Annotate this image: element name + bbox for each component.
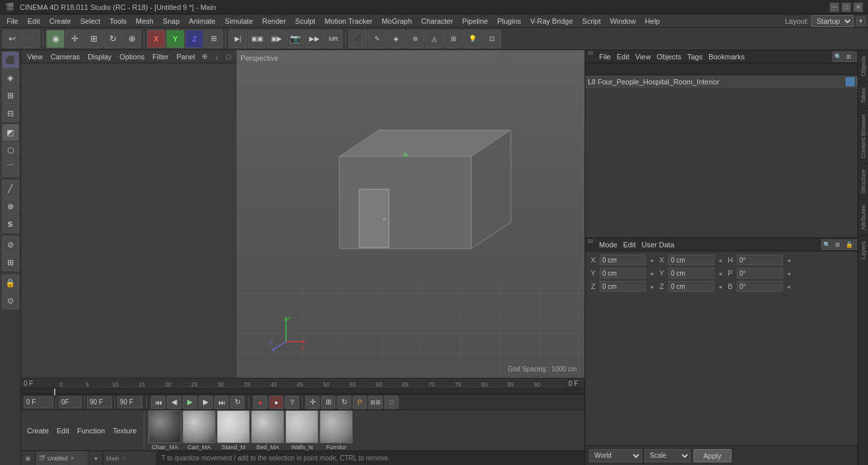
keyframe-btn[interactable]: ● xyxy=(269,396,283,409)
vtab-attributes[interactable]: Attributes xyxy=(858,199,868,235)
attr-menu-userdata[interactable]: User Data xyxy=(639,240,678,249)
end-frame-input2[interactable] xyxy=(117,396,142,408)
obj-menu-file[interactable]: File xyxy=(596,52,614,61)
taskbar-close2[interactable]: ✕ xyxy=(121,455,127,462)
mode-select-btn[interactable]: ◉ xyxy=(46,30,65,48)
menu-tools[interactable]: Tools xyxy=(105,16,130,26)
vp-menu-display[interactable]: Display xyxy=(84,52,115,61)
y-axis-btn[interactable]: Y xyxy=(166,30,185,48)
menu-simulate[interactable]: Simulate xyxy=(221,16,257,26)
render-mr-btn[interactable]: MR xyxy=(324,30,343,48)
vtab-structure[interactable]: Structure xyxy=(858,164,868,199)
menu-pipeline[interactable]: Pipeline xyxy=(458,16,492,26)
obj-icons-btn[interactable]: ⊞ xyxy=(844,51,854,62)
move-btn[interactable]: ✛ xyxy=(65,30,84,48)
menu-snap[interactable]: Snap xyxy=(159,16,184,26)
mat-item-stand[interactable]: Stand_M xyxy=(217,410,250,450)
timeline-scrubber[interactable] xyxy=(21,388,585,394)
record-btn[interactable]: ● xyxy=(253,396,268,409)
close-btn[interactable]: ✕ xyxy=(854,3,863,12)
vtab-takes[interactable]: Takes xyxy=(858,82,868,109)
play-btn[interactable]: ▶ xyxy=(183,396,197,409)
vtab-layers[interactable]: Layers xyxy=(858,235,868,264)
coord-h-input[interactable] xyxy=(737,255,783,265)
world-dropdown[interactable]: World xyxy=(589,449,642,462)
obj-menu-tags[interactable]: Tags xyxy=(685,52,705,61)
light-btn[interactable]: 💡 xyxy=(463,30,482,48)
sidebar-sel3-btn[interactable]: ⊟ xyxy=(2,105,19,122)
obj-item-row[interactable]: L0 Four_People_Hospital_Room_Interior ■ xyxy=(585,75,868,88)
mat-menu-texture[interactable]: Texture xyxy=(109,426,140,435)
menu-mograph[interactable]: MoGraph xyxy=(378,16,416,26)
coord-p-input[interactable] xyxy=(737,268,783,278)
mat-item-cart[interactable]: Cart_MA xyxy=(183,410,216,450)
next-frame-btn[interactable]: ▶ xyxy=(198,396,213,409)
current-frame-input[interactable] xyxy=(24,396,53,408)
layout-select[interactable]: Startup xyxy=(811,15,854,27)
manip-btn[interactable]: ⊕ xyxy=(123,30,141,48)
sidebar-poly-btn[interactable]: ◈ xyxy=(2,69,19,86)
z-axis-btn[interactable]: Z xyxy=(185,30,204,48)
menu-help[interactable]: Help xyxy=(641,16,664,26)
loop-btn[interactable]: ⊛ xyxy=(406,30,424,48)
persp-btn[interactable]: ⬛ xyxy=(349,30,367,48)
rotate-btn[interactable]: ↻ xyxy=(103,30,122,48)
coord-x-input1[interactable] xyxy=(600,255,646,265)
sidebar-s-btn[interactable]: S xyxy=(2,216,19,233)
render-view-btn[interactable]: ▣▶ xyxy=(267,30,285,48)
disp-key-btn[interactable]: □ xyxy=(384,396,399,409)
goto-start-btn[interactable]: ⏮ xyxy=(151,396,165,409)
mat-menu-edit[interactable]: Edit xyxy=(53,426,72,435)
render-anim-btn[interactable]: ▶▶ xyxy=(305,30,324,48)
sidebar-cube-btn[interactable]: ⬛ xyxy=(2,51,19,69)
attr-search-btn[interactable]: 🔍 xyxy=(821,239,832,250)
vp-menu-panel[interactable]: Panel xyxy=(173,52,198,61)
move-key-btn[interactable]: ✛ xyxy=(305,396,320,409)
sel-btn[interactable]: ◈ xyxy=(387,30,405,48)
world-axis-btn[interactable]: ⊞ xyxy=(204,30,223,48)
render-pic-btn[interactable]: 📷 xyxy=(286,30,304,48)
taskbar-icon2[interactable]: ● xyxy=(89,451,103,466)
scale-key-btn[interactable]: ⊞ xyxy=(321,396,335,409)
menu-file[interactable]: File xyxy=(3,16,22,26)
disp-btn[interactable]: ⊡ xyxy=(482,30,501,48)
minimize-btn[interactable]: ─ xyxy=(830,3,839,12)
obj-menu-bookmarks[interactable]: Bookmarks xyxy=(706,52,747,61)
sculpt-btn[interactable]: ◬ xyxy=(425,30,444,48)
menu-animate[interactable]: Animate xyxy=(185,16,219,26)
sidebar-grid2-btn[interactable]: ⊞ xyxy=(2,254,19,271)
attr-lock-btn[interactable]: 🔒 xyxy=(844,239,854,250)
sidebar-sel4-btn[interactable]: ◩ xyxy=(2,124,19,141)
coord-x-input2[interactable] xyxy=(668,255,714,265)
mat-item-furn[interactable]: Furnitur xyxy=(320,410,353,450)
start-frame-input[interactable] xyxy=(59,396,82,408)
attr-menu-edit[interactable]: Edit xyxy=(621,240,639,249)
attr-icons-btn[interactable]: ⊞ xyxy=(832,239,843,250)
mat-item-bed[interactable]: Bed_MA xyxy=(251,410,284,450)
menu-window[interactable]: Window xyxy=(606,16,639,26)
menu-create[interactable]: Create xyxy=(45,16,75,26)
paint-btn[interactable]: ✎ xyxy=(368,30,386,48)
timeline-btn[interactable]: ▶| xyxy=(229,30,247,48)
menu-mesh[interactable]: Mesh xyxy=(132,16,158,26)
vp-icon-move[interactable]: ⊕ xyxy=(200,51,210,62)
menu-plugins[interactable]: Plugins xyxy=(493,16,525,26)
taskbar-icon1[interactable]: ◉ xyxy=(21,451,36,466)
vp-menu-options[interactable]: Options xyxy=(116,52,148,61)
render-region-btn[interactable]: ▣▣ xyxy=(248,30,266,48)
vp-menu-filter[interactable]: Filter xyxy=(149,52,171,61)
grid-btn[interactable]: ⊞ xyxy=(444,30,463,48)
menu-motion-tracker[interactable]: Motion Tracker xyxy=(320,16,376,26)
mat-menu-create[interactable]: Create xyxy=(24,426,52,435)
end-frame-input1[interactable] xyxy=(87,396,112,408)
menu-select[interactable]: Select xyxy=(76,16,105,26)
sidebar-move-btn[interactable]: ⊕ xyxy=(2,198,19,215)
obj-menu-objects[interactable]: Objects xyxy=(654,52,683,61)
obj-search-btn[interactable]: 🔍 xyxy=(832,51,843,62)
goto-end-btn[interactable]: ⏭ xyxy=(214,396,229,409)
vp-icon-max[interactable]: □ xyxy=(223,51,234,62)
coord-z-input2[interactable] xyxy=(668,281,714,292)
sidebar-spline-btn[interactable]: ⌒ xyxy=(2,160,19,177)
taskbar-close1[interactable]: ✕ xyxy=(70,455,75,462)
undo-btn[interactable]: ↩ xyxy=(3,30,21,48)
